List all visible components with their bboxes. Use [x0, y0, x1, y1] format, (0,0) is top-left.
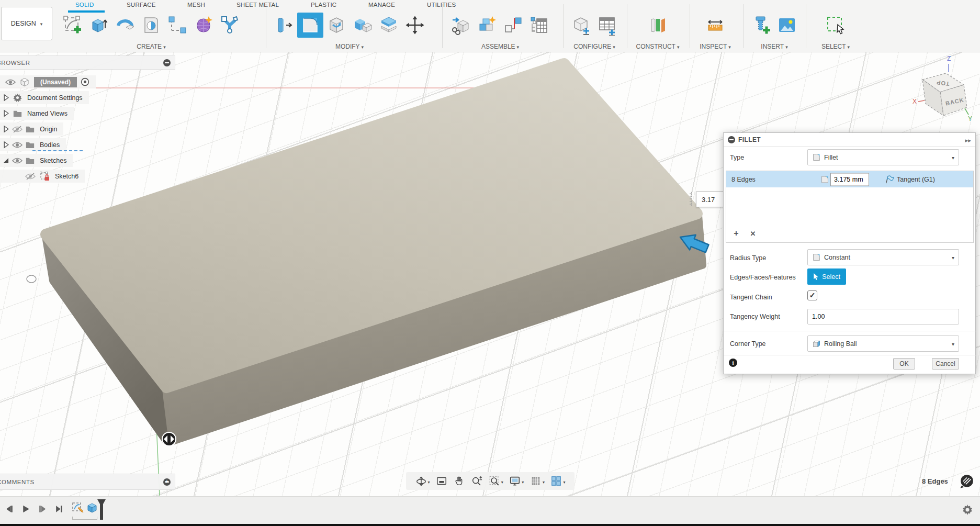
info-icon[interactable]	[729, 359, 737, 367]
browser-row-document[interactable]: (Unsaved)	[0, 75, 96, 88]
tab-manage[interactable]: MANAGE	[368, 2, 395, 8]
tab-sheet-metal[interactable]: SHEET METAL	[236, 2, 279, 8]
new-component-button[interactable]	[474, 13, 500, 38]
eye-icon[interactable]	[12, 140, 22, 150]
extrude-button[interactable]	[86, 13, 112, 38]
selection-badge-icon[interactable]	[959, 474, 975, 489]
expand-arrow-icon[interactable]	[3, 140, 9, 149]
add-edge-set-button[interactable]	[731, 229, 741, 238]
remove-edge-set-button[interactable]	[748, 229, 758, 238]
construct-menu[interactable]: CONSTRUCT	[634, 43, 681, 50]
move-button[interactable]	[402, 13, 428, 38]
grid-snap-button[interactable]	[530, 475, 545, 487]
expand-arrow-icon[interactable]	[3, 125, 9, 133]
tab-plastic[interactable]: PLASTIC	[311, 2, 336, 8]
collapse-dialog-button[interactable]	[728, 136, 735, 143]
ruler-handle-icon[interactable]	[688, 192, 696, 207]
document-name[interactable]: (Unsaved)	[34, 77, 77, 87]
insert-mcmaster-button[interactable]	[749, 13, 774, 38]
zoom-button[interactable]	[471, 475, 482, 487]
tab-surface[interactable]: SURFACE	[127, 2, 156, 8]
configuration-button[interactable]	[568, 13, 594, 38]
look-at-button[interactable]	[436, 475, 447, 487]
configure-menu[interactable]: CONFIGURE	[568, 43, 621, 50]
create-menu[interactable]: CREATE	[60, 43, 243, 50]
continuity-value[interactable]: Tangent (G1)	[897, 176, 935, 183]
timeline-step-forward-button[interactable]	[38, 504, 48, 516]
viewports-button[interactable]	[550, 475, 565, 487]
browser-item-label[interactable]: Named Views	[27, 110, 67, 117]
eye-off-icon[interactable]	[25, 171, 36, 182]
display-settings-button[interactable]	[509, 475, 524, 487]
body-solid[interactable]	[46, 64, 702, 441]
insert-derive-button[interactable]	[448, 13, 474, 38]
browser-row-sketches[interactable]: Sketches	[0, 154, 73, 167]
timeline-position-marker[interactable]	[97, 499, 106, 521]
shell-button[interactable]	[323, 13, 350, 38]
tangency-weight-input[interactable]	[807, 309, 959, 324]
joint-button[interactable]	[500, 13, 526, 38]
configuration-table-button[interactable]	[594, 13, 621, 38]
viewcube[interactable]: TOP BACK Z X Y	[911, 51, 980, 125]
combine-button[interactable]	[350, 13, 376, 38]
browser-item-label[interactable]: Sketch6	[55, 173, 78, 180]
insert-menu[interactable]: INSERT	[749, 43, 799, 50]
press-pull-button[interactable]	[271, 13, 297, 38]
fit-button[interactable]	[489, 475, 503, 487]
split-body-button[interactable]	[376, 13, 402, 38]
radius-type-dropdown[interactable]: Constant	[807, 249, 959, 265]
browser-item-label[interactable]: Document Settings	[27, 94, 83, 102]
browser-row-bodies[interactable]: Bodies	[0, 138, 66, 151]
type-dropdown[interactable]: Fillet	[807, 149, 959, 165]
browser-item-label[interactable]: Origin	[40, 126, 57, 133]
edge-set-row[interactable]: 8 Edges Tangent (G1)	[726, 171, 973, 187]
create-sketch-button[interactable]	[60, 13, 86, 38]
browser-row-origin[interactable]: Origin	[0, 122, 63, 136]
eye-off-icon[interactable]	[12, 124, 22, 135]
pan-button[interactable]	[454, 475, 465, 487]
timeline-settings-gear-icon[interactable]	[961, 503, 974, 516]
browser-item-label[interactable]: Sketches	[40, 157, 66, 164]
insert-canvas-button[interactable]	[774, 13, 799, 38]
eye-icon[interactable]	[5, 77, 16, 87]
flip-manipulator[interactable]	[162, 432, 176, 446]
pattern-button[interactable]	[164, 13, 190, 38]
select-menu[interactable]: SELECT	[812, 43, 859, 50]
fillet-button-active[interactable]	[297, 13, 323, 38]
orbit-button[interactable]	[415, 475, 430, 487]
eye-icon[interactable]	[12, 155, 22, 166]
select-button[interactable]	[823, 13, 849, 38]
modify-menu[interactable]: MODIFY	[271, 43, 428, 50]
create-form-button[interactable]	[190, 13, 217, 38]
assemble-menu[interactable]: ASSEMBLE	[448, 43, 553, 50]
activate-radio-icon[interactable]	[81, 77, 89, 86]
revolve-button[interactable]	[112, 13, 138, 38]
tangent-chain-checkbox[interactable]	[807, 290, 817, 300]
timeline-play-button[interactable]	[21, 504, 31, 516]
hole-button[interactable]	[138, 13, 164, 38]
design-workspace-menu[interactable]: DESIGN	[1, 7, 52, 40]
origin-point[interactable]	[27, 275, 36, 283]
timeline-go-to-end-button[interactable]	[54, 504, 64, 516]
expand-arrow-icon[interactable]	[3, 109, 9, 118]
browser-row-named-views[interactable]: Named Views	[0, 107, 74, 120]
add-comment-button[interactable]	[163, 478, 171, 486]
ok-button[interactable]: OK	[893, 358, 915, 370]
fillet-dialog-header[interactable]: FILLET	[724, 133, 975, 147]
inspect-menu[interactable]: INSPECT	[697, 43, 734, 50]
select-edges-button[interactable]: Select	[807, 268, 846, 285]
expand-arrow-icon[interactable]	[3, 93, 9, 102]
dock-panel-icon[interactable]	[965, 136, 971, 143]
cancel-button[interactable]: Cancel	[932, 358, 959, 370]
component-numbering-button[interactable]	[526, 13, 553, 38]
comments-panel-header[interactable]: COMMENTS	[0, 474, 175, 490]
browser-row-document-settings[interactable]: Document Settings	[0, 91, 89, 104]
timeline-step-back-button[interactable]	[4, 504, 14, 516]
collapse-arrow-icon[interactable]	[3, 156, 9, 165]
timeline-sketch-feature[interactable]	[71, 501, 84, 516]
measure-button[interactable]	[702, 13, 728, 38]
tab-solid[interactable]: SOLID	[75, 2, 94, 8]
fillet-radius-input[interactable]	[830, 173, 869, 186]
corner-type-dropdown[interactable]: Rolling Ball	[807, 335, 959, 352]
browser-collapse-button[interactable]	[163, 59, 171, 66]
